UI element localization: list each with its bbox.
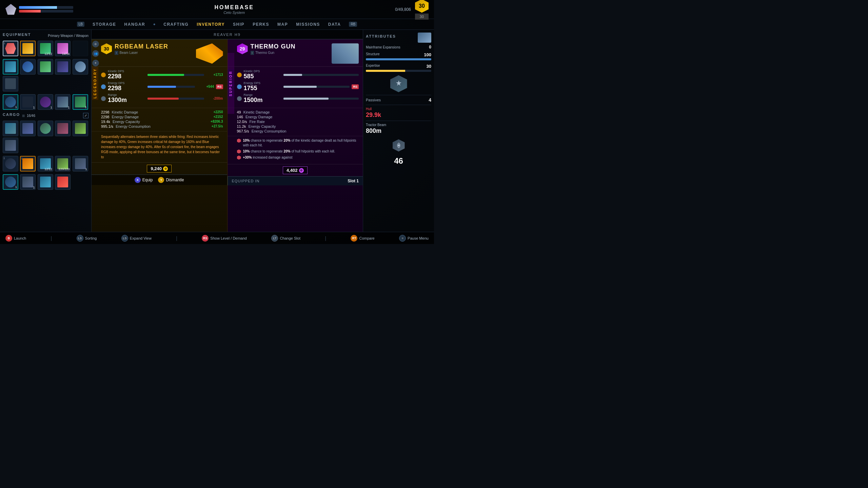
- nav-data[interactable]: DATA: [328, 22, 341, 27]
- right-panel: ATTRIBUTES Mainframe Expansions 0 Struct…: [363, 30, 434, 232]
- cargo-slot-6[interactable]: [3, 138, 18, 153]
- superior-level-badge: 29: [237, 43, 248, 54]
- equip-slot-7[interactable]: [20, 59, 36, 75]
- superior-type-badge: I: [251, 51, 254, 55]
- sup-kinetic-dmg: 49 Kinetic Damage: [237, 110, 270, 114]
- cargo-slot-9[interactable]: 12/12: [38, 156, 53, 171]
- nav-lb[interactable]: LB: [77, 22, 84, 27]
- legendary-header: 30 RGBEAM LASER I Beam Laser: [92, 39, 227, 67]
- nav-ship[interactable]: SHIP: [233, 22, 244, 27]
- homebase-title: HOMEBASE: [214, 4, 254, 11]
- launch-action[interactable]: B Launch: [5, 235, 26, 242]
- detail-kinetic-dmg-delta: +2250: [213, 110, 223, 114]
- cargo-slot-10[interactable]: 220/220: [55, 156, 71, 171]
- compare-label: Compare: [359, 236, 374, 240]
- detail-energy-dmg-label: 2298 Energy Damage: [101, 115, 139, 119]
- equip-slot-10[interactable]: [73, 59, 88, 75]
- compare-action[interactable]: RT Compare: [351, 235, 374, 242]
- top-right: 0/49,806 30 30: [395, 0, 429, 20]
- equip-slot-8[interactable]: [38, 59, 53, 75]
- kinetic-dps-value: 2298: [108, 73, 126, 80]
- perk-text-3: +30% increased damage against: [243, 155, 293, 160]
- sup-range-label: Range: [244, 93, 266, 97]
- superior-credit-icon: ◎: [299, 168, 304, 173]
- superior-stats: Kinetic DPS 585: [228, 67, 363, 108]
- range-value: 1300m: [108, 97, 126, 104]
- sup-kinetic-value: 585: [244, 73, 262, 80]
- cargo-slot-5[interactable]: [73, 121, 88, 136]
- nav-storage[interactable]: STORAGE: [93, 22, 116, 27]
- slot-label: Slot 1: [348, 179, 359, 183]
- superior-detail-stats: 49 Kinetic Damage 146 Energy Damage 12.0…: [228, 108, 363, 136]
- energy-icon: [101, 84, 106, 89]
- rt-button: RT: [351, 235, 357, 242]
- cargo-slot-13[interactable]: 1: [20, 174, 36, 190]
- menu-button: ≡: [399, 235, 406, 242]
- show-level-action[interactable]: RS Show Level / Demand: [202, 235, 247, 242]
- expand-action[interactable]: LS Expand View: [121, 235, 152, 242]
- equip-slot-3[interactable]: 12/12: [38, 41, 53, 56]
- equip-slot-14[interactable]: 1: [38, 94, 53, 110]
- cargo-slot-7[interactable]: I: [3, 156, 18, 171]
- side-icon-star[interactable]: ✦: [92, 60, 99, 66]
- nav-map[interactable]: MAP: [277, 22, 288, 27]
- cargo-count: 16/46: [27, 114, 35, 118]
- ls-button-expand: LS: [121, 235, 128, 242]
- equip-slot-2[interactable]: [20, 41, 36, 56]
- rs-badge-sup: RS: [352, 84, 359, 89]
- perk-icon-1: [237, 139, 241, 143]
- reaver-label: REAVER H9: [214, 33, 241, 37]
- cargo-slot-1[interactable]: [3, 121, 18, 136]
- equip-slot-16[interactable]: 1: [73, 94, 88, 110]
- nav-hangar[interactable]: HANGAR: [124, 22, 145, 27]
- cargo-slot-12[interactable]: 1: [3, 174, 18, 190]
- equip-button[interactable]: X Equip: [135, 177, 153, 183]
- cargo-slot-2[interactable]: [20, 121, 36, 136]
- cargo-expand-btn[interactable]: ⤢: [83, 113, 88, 118]
- credit-icon: ◎: [163, 166, 168, 171]
- detail-kinetic-dmg-label: 2298 Kinetic Damage: [101, 110, 138, 114]
- cargo-slot-3[interactable]: [38, 121, 53, 136]
- side-icon-target[interactable]: ⊕: [92, 41, 99, 47]
- nav-perks[interactable]: PERKS: [253, 22, 269, 27]
- legendary-detail-stats: 2298 Kinetic Damage +2250 2298 Energy Da…: [92, 108, 227, 131]
- expertise-bar-row: Expertise 30: [366, 64, 431, 72]
- superior-price-value: 4,402: [287, 168, 298, 173]
- sorting-action[interactable]: LS Sorting: [77, 235, 97, 242]
- equip-slot-1[interactable]: I: [3, 41, 18, 56]
- equip-slot-11[interactable]: [3, 76, 18, 92]
- side-icon-people[interactable]: 👥: [92, 50, 99, 57]
- sup-energy-dmg: 146 Energy Damage: [237, 115, 273, 119]
- mainframe-label: Mainframe Expansions: [366, 45, 400, 49]
- cargo-slot-14[interactable]: [38, 174, 53, 190]
- nav-inventory[interactable]: INVENTORY: [197, 22, 225, 27]
- equip-slot-4[interactable]: 14/14: [55, 41, 71, 56]
- legendary-level-badge: 30: [101, 43, 112, 54]
- perk-icon-3: [237, 156, 241, 160]
- cargo-slot-15[interactable]: [55, 174, 71, 190]
- equip-slot-9[interactable]: [55, 59, 71, 75]
- nav-missions[interactable]: MISSIONS: [296, 22, 320, 27]
- cargo-slot-4[interactable]: [55, 121, 71, 136]
- equipment-grid-row2: [3, 59, 88, 92]
- equip-slot-15[interactable]: 1: [55, 94, 71, 110]
- change-slot-action[interactable]: LT Change Slot: [271, 235, 300, 242]
- sup-energy-cap: 11.2k Energy Capacity: [237, 124, 276, 128]
- legendary-item-image: [196, 43, 223, 64]
- equip-slot-6[interactable]: [3, 59, 18, 75]
- divider-2: |: [176, 236, 177, 241]
- dismantle-button[interactable]: Y Dismantle: [158, 177, 184, 183]
- nav-rb[interactable]: RB: [349, 22, 357, 27]
- pause-action[interactable]: ≡ Pause Menu: [399, 235, 429, 242]
- equip-slot-13[interactable]: 1: [20, 94, 36, 110]
- range-delta: -200m: [206, 97, 223, 100]
- superior-item-name: THERMO GUN: [251, 43, 329, 50]
- cargo-slot-11[interactable]: 1: [73, 156, 88, 171]
- nav-crafting[interactable]: CRAFTING: [163, 22, 189, 27]
- nav-bar: LB STORAGE HANGAR ◆ CRAFTING INVENTORY S…: [0, 19, 434, 30]
- cargo-slot-8[interactable]: I: [20, 156, 36, 171]
- energy-delta: +544: [197, 85, 214, 88]
- sup-kinetic-label: Kinetic DPS: [244, 69, 266, 73]
- equip-slot-12[interactable]: 1: [3, 94, 18, 110]
- attr-weapon-thumb: [418, 33, 431, 43]
